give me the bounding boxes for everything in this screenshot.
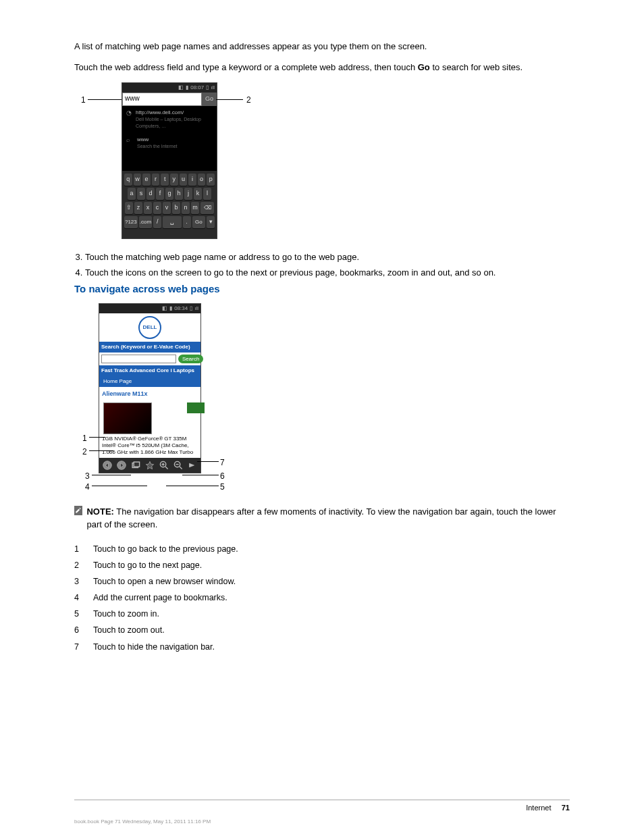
zoom-out-button[interactable]: [172, 459, 184, 471]
legend-num: 2: [74, 557, 93, 573]
legend-num: 1: [74, 541, 93, 557]
svg-rect-3: [134, 462, 139, 467]
callout-1-line: [88, 99, 122, 100]
legend-row: 2Touch to go to the next page.: [74, 557, 245, 573]
intro-b-2: to search for web sites.: [432, 62, 522, 72]
url-input[interactable]: www: [122, 93, 202, 106]
signal-icon: ▮: [186, 84, 188, 92]
product-link[interactable]: Alienware M11x: [99, 387, 200, 401]
bookmark-button[interactable]: [144, 459, 156, 471]
signal-icon: ▮: [169, 305, 172, 313]
legend-num: 6: [74, 622, 93, 638]
legend-text: Touch to zoom out.: [93, 622, 245, 638]
figure-url-entry: 1 ◧ ▮ 08:07 ▯ ıll www Go ◔ http://www.de…: [74, 82, 570, 244]
footer-section: Internet: [526, 804, 551, 812]
status-bar: ◧ ▮ 08:07 ▯ ıll: [122, 83, 217, 93]
note-icon: [74, 506, 82, 515]
status-time-2: 08:34: [174, 305, 188, 313]
battery-icon: ▯: [190, 305, 192, 313]
new-window-button[interactable]: [130, 459, 142, 471]
wifi-icon: ◧: [178, 84, 184, 92]
site-search-input[interactable]: [101, 355, 176, 364]
intro-para-a: A list of matching web page names and ad…: [74, 41, 570, 53]
legend-num: 4: [74, 590, 93, 606]
legend-text: Touch to open a new browser window.: [93, 573, 245, 590]
suggestion-search[interactable]: ⌕ www Search the Internet: [122, 133, 217, 153]
sugg1-sub: Dell Mobile – Laptops, Desktop Computers…: [136, 116, 213, 130]
home-page-link[interactable]: Home Page: [99, 376, 200, 387]
step-4: Touch the icons on the screen to go to t…: [85, 267, 570, 280]
note-prefix: NOTE:: [86, 506, 113, 517]
legend-num: 3: [74, 573, 93, 590]
fast-track-bar: Fast Track Advanced Core i Laptops: [99, 365, 200, 376]
suggestion-history[interactable]: ◔ http://www.dell.com/ Dell Mobile – Lap…: [122, 106, 217, 133]
callout-c7: 7: [220, 457, 225, 469]
sugg2-title: www: [137, 136, 178, 144]
callout-2: 2: [246, 95, 251, 106]
status-bar-2: ◧ ▮ 08:34 ▯ ıll: [99, 304, 200, 313]
callout-c2: 2: [82, 446, 87, 458]
bars-icon: ıll: [194, 305, 198, 313]
svg-line-5: [165, 467, 168, 469]
callout-c6: 6: [220, 471, 225, 482]
shift-icon[interactable]: ⇧: [125, 202, 133, 214]
legend-row: 1Touch to go back to the previous page.: [74, 541, 245, 557]
dell-logo-icon: DELL: [138, 316, 161, 339]
legend-text: Touch to go to the next page.: [93, 557, 245, 573]
battery-icon: ▯: [206, 84, 209, 92]
legend-row: 4Add the current page to bookmarks.: [74, 590, 245, 606]
site-search-button[interactable]: Search: [178, 355, 203, 364]
url-row: www Go: [122, 93, 217, 106]
legend-text: Add the current page to bookmarks.: [93, 590, 245, 606]
go-button[interactable]: Go: [202, 93, 217, 106]
book-file-stamp: book.book Page 71 Wednesday, May 11, 201…: [74, 818, 211, 826]
nav-toolbar: [99, 458, 200, 473]
callout-1: 1: [81, 95, 86, 106]
legend-text: Touch to zoom in.: [93, 606, 245, 622]
legend-table: 1Touch to go back to the previous page.2…: [74, 541, 245, 655]
fast-track-badge-icon: [187, 402, 205, 413]
bars-icon: ıll: [211, 84, 215, 92]
go-strong: Go: [418, 62, 430, 72]
legend-num: 7: [74, 639, 93, 655]
legend-row: 7Touch to hide the navigation bar.: [74, 639, 245, 655]
history-icon: ◔: [126, 109, 132, 115]
callout-c1-line: [89, 437, 105, 438]
sugg2-sub: Search the Internet: [137, 143, 178, 150]
callout-c3: 3: [85, 471, 90, 482]
note-text: The navigation bar disappears after a fe…: [86, 506, 556, 529]
phone-screenshot-2: ◧ ▮ 08:34 ▯ ıll DELL Search (Keyword or …: [99, 303, 201, 473]
back-button[interactable]: [101, 459, 113, 471]
callout-c4-line: [92, 486, 147, 486]
phone-screenshot-1: ◧ ▮ 08:07 ▯ ıll www Go ◔ http://www.dell…: [122, 82, 217, 239]
figure-navigate: ◧ ▮ 08:34 ▯ ıll DELL Search (Keyword or …: [74, 303, 570, 499]
spec-line-2: Intel® Core™ i5 520UM (3M Cache, 1.066 G…: [99, 442, 200, 456]
callout-c2-line: [89, 450, 113, 451]
on-screen-keyboard[interactable]: qwertyuiop asdfghjkl ⇧zxcvbnm⌫ ?123.com/…: [122, 171, 217, 238]
legend-row: 6Touch to zoom out.: [74, 622, 245, 638]
zoom-in-button[interactable]: [158, 459, 170, 471]
kbd-hide-icon[interactable]: ▾: [207, 216, 215, 228]
callout-c1: 1: [82, 433, 87, 444]
backspace-icon[interactable]: ⌫: [200, 202, 214, 214]
search-row: Search: [99, 353, 200, 366]
page-footer: Internet 71: [526, 803, 570, 814]
legend-num: 5: [74, 606, 93, 622]
svg-line-9: [180, 467, 182, 469]
note-box: NOTE: The navigation bar disappears afte…: [74, 506, 570, 531]
status-time: 08:07: [190, 84, 204, 92]
legend-row: 3Touch to open a new browser window.: [74, 573, 245, 590]
callout-c5: 5: [220, 481, 225, 493]
hide-nav-button[interactable]: [186, 459, 198, 471]
spec-line-1: 1GB NVIDIA® GeForce® GT 335M: [99, 436, 200, 442]
forward-button[interactable]: [115, 459, 128, 471]
intro-para-b: Touch the web address field and type a k…: [74, 61, 570, 74]
step-3: Touch the matching web page name or addr…: [85, 251, 570, 264]
search-label: Search (Keyword or E-Value Code): [99, 342, 200, 353]
legend-row: 5Touch to zoom in.: [74, 606, 245, 622]
product-image: [103, 402, 152, 434]
legend-text: Touch to hide the navigation bar.: [93, 639, 245, 655]
steps-list: Touch the matching web page name or addr…: [74, 251, 570, 280]
callout-2-line: [216, 99, 243, 100]
search-icon: ⌕: [126, 136, 133, 142]
